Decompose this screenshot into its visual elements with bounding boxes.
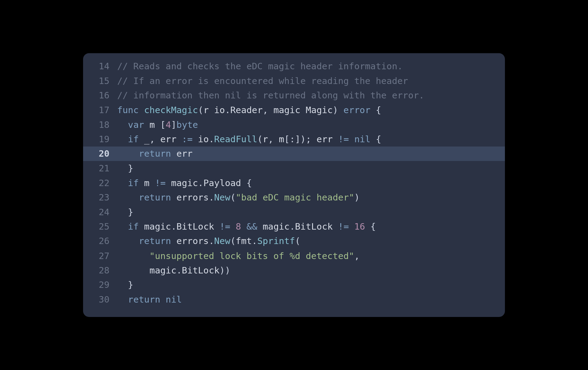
code-token — [117, 120, 128, 130]
code-token: } — [128, 163, 133, 173]
code-token: magic — [139, 221, 171, 231]
code-token — [117, 178, 128, 188]
code-token: m — [279, 134, 284, 144]
code-token: nil — [166, 294, 182, 304]
code-line-content: // If an error is encountered while read… — [117, 74, 495, 88]
code-token: m — [144, 120, 160, 130]
code-token: BitLock — [295, 221, 338, 231]
code-token: , — [150, 134, 160, 144]
code-token: . — [176, 265, 182, 275]
code-snippet-card: 14// Reads and checks the eDC magic head… — [83, 53, 505, 317]
code-token: [ — [160, 120, 166, 130]
code-line: 16// information then nil is returned al… — [83, 88, 505, 103]
code-token: 16 — [354, 221, 365, 231]
code-token: != — [155, 178, 166, 188]
code-token: [:]); — [284, 134, 316, 144]
code-line-content: return nil — [117, 292, 495, 307]
code-token: ) — [333, 105, 343, 115]
line-number: 22 — [83, 176, 117, 190]
code-token — [349, 134, 354, 144]
code-token: "bad eDC magic header" — [236, 192, 354, 202]
code-token: ] — [171, 120, 177, 130]
code-token: . — [209, 236, 214, 246]
code-token — [117, 163, 128, 173]
line-number: 19 — [83, 132, 117, 147]
code-token: { — [246, 178, 252, 188]
code-line: 18 var m [4]byte — [83, 117, 505, 132]
code-token: var — [128, 120, 144, 130]
code-token: err — [160, 134, 182, 144]
code-token: return — [139, 236, 171, 246]
code-token — [139, 105, 144, 115]
code-token: } — [128, 280, 133, 290]
code-token — [241, 221, 246, 231]
code-line-content: var m [4]byte — [117, 117, 495, 132]
code-token: err — [171, 149, 193, 159]
code-token: && — [246, 221, 257, 231]
code-token: func — [117, 105, 139, 115]
code-token: checkMagic — [144, 105, 198, 115]
code-token: . — [198, 178, 204, 188]
code-token — [117, 280, 128, 290]
line-number: 15 — [83, 74, 117, 88]
code-token: errors — [171, 236, 209, 246]
code-token: magic — [166, 178, 198, 188]
code-token: , — [263, 105, 273, 115]
code-token: . — [225, 105, 231, 115]
code-token: error — [343, 105, 370, 115]
code-line: 14// Reads and checks the eDC magic head… — [83, 59, 505, 74]
code-token: Payload — [203, 178, 246, 188]
code-token — [117, 250, 149, 261]
code-token: BitLock — [182, 265, 220, 275]
code-token — [117, 207, 128, 217]
code-line: 30 return nil — [83, 292, 505, 307]
code-line-content: } — [117, 161, 495, 176]
code-line: 23 return errors.New("bad eDC magic head… — [83, 190, 505, 205]
line-number: 24 — [83, 205, 117, 219]
code-line: 24 } — [83, 205, 505, 219]
line-number: 16 — [83, 88, 117, 103]
code-token: Sprintf — [257, 236, 295, 246]
code-token: != — [338, 134, 349, 144]
code-line: 17func checkMagic(r io.Reader, magic Mag… — [83, 103, 505, 117]
code-token: , — [268, 134, 279, 144]
code-line-content: } — [117, 278, 495, 292]
code-token — [230, 221, 236, 231]
code-token: { — [370, 105, 381, 115]
code-token: // Reads and checks the eDC magic header… — [117, 61, 403, 71]
code-token: . — [209, 134, 214, 144]
code-token — [117, 294, 128, 304]
code-token: magic Magic — [273, 105, 333, 115]
code-token: magic — [257, 221, 289, 231]
code-line: 15// If an error is encountered while re… — [83, 74, 505, 88]
code-token: io — [193, 134, 209, 144]
code-token: r io — [203, 105, 225, 115]
code-token: err — [317, 134, 338, 144]
code-token: if — [128, 221, 139, 231]
line-number: 18 — [83, 117, 117, 132]
code-token: _ — [139, 134, 149, 144]
code-token: := — [182, 134, 193, 144]
code-line-content: if magic.BitLock != 8 && magic.BitLock !… — [117, 219, 495, 234]
code-line: 26 return errors.New(fmt.Sprintf( — [83, 234, 505, 249]
line-number: 25 — [83, 219, 117, 234]
code-token: . — [171, 221, 177, 231]
code-token — [160, 294, 166, 304]
code-token: ) — [354, 192, 360, 202]
code-token: 4 — [166, 120, 171, 130]
code-line-content: if _, err := io.ReadFull(r, m[:]); err !… — [117, 132, 495, 147]
code-line-content: } — [117, 205, 495, 219]
code-token — [117, 134, 128, 144]
code-token: Reader — [230, 105, 262, 115]
code-token — [117, 236, 139, 246]
code-line: 19 if _, err := io.ReadFull(r, m[:]); er… — [83, 132, 505, 147]
line-number: 20 — [83, 147, 117, 161]
code-token: ( — [230, 236, 236, 246]
code-line: 25 if magic.BitLock != 8 && magic.BitLoc… — [83, 219, 505, 234]
code-token: ReadFull — [214, 134, 258, 144]
code-line-content: // Reads and checks the eDC magic header… — [117, 59, 495, 74]
code-token: errors — [171, 192, 209, 202]
code-line-content: func checkMagic(r io.Reader, magic Magic… — [117, 103, 495, 117]
line-number: 21 — [83, 161, 117, 176]
code-token: New — [214, 192, 231, 202]
